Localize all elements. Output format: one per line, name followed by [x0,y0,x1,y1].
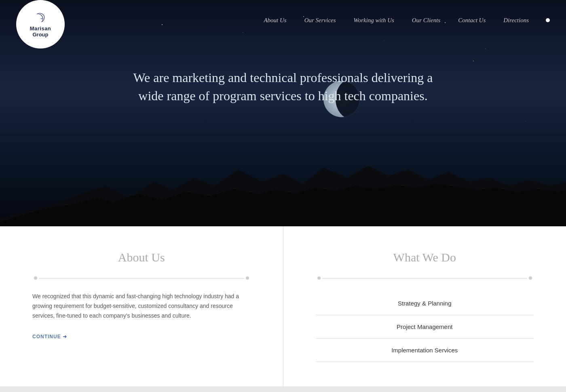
search-button[interactable] [546,18,550,22]
continue-link[interactable]: CONTINUE ➜ [32,334,67,339]
divider-line [39,278,244,278]
nav-our-services[interactable]: Our Services [296,17,345,24]
nav-about-us[interactable]: About Us [255,17,295,24]
service-project[interactable]: Project Management [316,315,534,339]
about-us-body: We recognized that this dynamic and fast… [32,292,251,320]
hero-section: We are marketing and technical professio… [0,0,566,226]
service-strategy[interactable]: Strategy & Planning [316,292,534,315]
nav-working-with-us[interactable]: Working with Us [345,17,403,24]
logo[interactable]: ☽ ●● Marisan Group [16,0,65,48]
what-we-do-section: What We Do Strategy & Planning Project M… [283,226,566,386]
what-we-do-divider [316,276,534,280]
about-us-heading: About Us [32,251,251,264]
hero-tagline-line1: We are marketing and technical professio… [133,70,433,85]
logo-subtitle: Group [30,32,51,38]
hero-tagline-line2: wide range of program services to high t… [138,89,427,103]
nav-directions[interactable]: Directions [494,17,538,24]
mountains-silhouette [0,145,566,226]
star [526,121,526,122]
about-divider [32,276,251,280]
star [384,40,384,41]
star [473,61,474,61]
content-section: About Us We recognized that this dynamic… [0,226,566,386]
service-implementation[interactable]: Implementation Services [316,339,534,362]
site-header: ☽ ●● Marisan Group About Us Our Services… [0,0,566,40]
about-us-section: About Us We recognized that this dynamic… [0,226,283,386]
divider-dot-right [246,276,249,280]
hero-tagline: We are marketing and technical professio… [0,69,566,105]
nav-contact-us[interactable]: Contact Us [449,17,494,24]
what-we-do-heading: What We Do [316,251,534,264]
divider-dot-left-2 [317,276,321,280]
main-nav: About Us Our Services Working with Us Ou… [255,17,550,24]
logo-name: Marisan [30,26,51,32]
divider-dot-left [34,276,37,280]
services-list: Strategy & Planning Project Management I… [316,292,534,362]
site-footer: © 2013 MARISAN GROUP 🐙 [0,386,566,392]
divider-dot-right-2 [529,276,532,280]
star [485,48,486,49]
divider-line-2 [322,278,528,278]
nav-our-clients[interactable]: Our Clients [403,17,449,24]
